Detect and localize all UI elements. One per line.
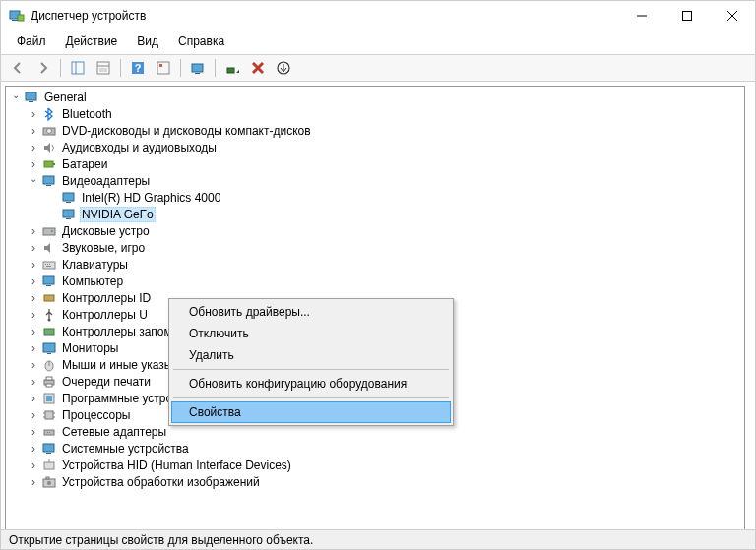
caret-icon[interactable] — [28, 443, 39, 455]
svg-rect-16 — [159, 64, 162, 67]
add-legacy-button[interactable] — [220, 56, 244, 80]
svg-rect-1 — [12, 20, 18, 21]
maximize-button[interactable] — [664, 1, 710, 31]
hid-icon — [41, 458, 57, 473]
node-label: Intel(R) HD Graphics 4000 — [80, 191, 222, 205]
scan-hardware-button[interactable] — [186, 56, 210, 80]
svg-rect-9 — [97, 62, 109, 74]
tree-device-nvidia[interactable]: NVIDIA GeFo — [6, 206, 744, 222]
tree-category-computer[interactable]: Компьютер — [6, 273, 744, 289]
node-label: Сетевые адаптеры — [60, 425, 168, 439]
tree-device-intel[interactable]: Intel(R) HD Graphics 4000 — [6, 189, 744, 206]
software-device-icon — [41, 391, 57, 406]
tree-category-imaging[interactable]: Устройства обработки изображений — [6, 473, 744, 490]
tree-category-keyboard[interactable]: Клавиатуры — [6, 256, 744, 273]
caret-icon[interactable] — [28, 393, 39, 404]
caret-icon[interactable] — [28, 409, 39, 421]
svg-rect-63 — [49, 432, 50, 433]
tree-category-batteries[interactable]: Батареи — [6, 155, 744, 172]
caret-icon[interactable] — [28, 225, 39, 237]
disk-icon — [41, 223, 57, 239]
bluetooth-icon — [41, 106, 57, 122]
context-update-driver[interactable]: Обновить драйверы... — [171, 301, 451, 323]
tree-category-sound[interactable]: Звуковые, игро — [6, 239, 744, 256]
caret-icon[interactable] — [10, 92, 22, 103]
svg-rect-70 — [46, 477, 49, 479]
caret-icon[interactable] — [28, 108, 39, 120]
tree-category-system[interactable]: Системные устройства — [6, 440, 744, 457]
caret-icon[interactable] — [28, 175, 39, 187]
svg-rect-24 — [29, 101, 33, 102]
svg-rect-42 — [43, 276, 54, 284]
tree-category-bluetooth[interactable]: Bluetooth — [6, 105, 744, 122]
caret-icon[interactable] — [28, 142, 39, 153]
caret-icon[interactable] — [28, 158, 39, 170]
display-adapter-icon — [61, 190, 77, 206]
node-label: Видеоадаптеры — [60, 174, 152, 188]
menu-view[interactable]: Вид — [129, 32, 166, 50]
context-uninstall[interactable]: Удалить — [171, 344, 451, 366]
node-label: Очереди печати — [60, 375, 153, 389]
svg-rect-40 — [49, 264, 50, 265]
caret-icon[interactable] — [28, 309, 39, 321]
menu-action[interactable]: Действие — [58, 32, 126, 50]
node-label: Батареи — [60, 157, 109, 171]
forward-button[interactable] — [32, 56, 55, 80]
context-properties[interactable]: Свойства — [171, 401, 451, 423]
node-label: Клавиатуры — [60, 258, 130, 272]
monitor-icon — [41, 340, 57, 356]
caret-icon[interactable] — [28, 342, 39, 354]
svg-rect-52 — [46, 377, 52, 380]
caret-icon[interactable] — [28, 275, 39, 287]
caret-icon[interactable] — [28, 259, 39, 271]
tree-root[interactable]: General — [6, 89, 744, 105]
toolbar: ? — [1, 54, 755, 82]
ide-controller-icon — [41, 290, 57, 306]
properties-button[interactable] — [92, 56, 115, 80]
update-driver-button[interactable] — [272, 56, 295, 80]
svg-rect-38 — [45, 264, 46, 265]
svg-rect-27 — [44, 161, 53, 167]
caret-icon[interactable] — [28, 242, 39, 254]
window-title: Диспетчер устройств — [31, 9, 146, 23]
caret-icon[interactable] — [28, 426, 39, 438]
svg-rect-29 — [43, 176, 54, 184]
caret-icon[interactable] — [28, 459, 39, 471]
processor-icon — [41, 407, 57, 423]
svg-rect-7 — [72, 62, 84, 74]
display-adapter-icon — [61, 207, 77, 222]
tree-category-display[interactable]: Видеоадаптеры — [6, 172, 744, 189]
tree-category-dvd[interactable]: DVD-дисководы и дисководы компакт-дисков — [6, 122, 744, 139]
caret-icon[interactable] — [28, 359, 39, 371]
svg-rect-28 — [53, 163, 55, 165]
menu-file[interactable]: Файл — [9, 32, 54, 50]
back-button[interactable] — [6, 56, 30, 80]
tree-category-audio[interactable]: Аудиовходы и аудиовыходы — [6, 139, 744, 155]
tree-category-hid[interactable]: Устройства HID (Human Interface Devices) — [6, 457, 744, 473]
storage-controller-icon — [41, 324, 57, 339]
node-label: Процессоры — [60, 408, 133, 422]
svg-rect-39 — [47, 264, 48, 265]
uninstall-button[interactable] — [246, 56, 270, 80]
show-hide-tree-button[interactable] — [66, 56, 90, 80]
caret-icon[interactable] — [28, 476, 39, 488]
close-button[interactable] — [710, 1, 755, 31]
node-label: Аудиовходы и аудиовыходы — [60, 141, 219, 154]
svg-rect-23 — [26, 92, 36, 100]
context-disable[interactable]: Отключить — [171, 323, 451, 344]
node-label: Контроллеры ID — [60, 291, 153, 305]
context-scan-hardware[interactable]: Обновить конфигурацию оборудования — [171, 373, 451, 395]
action-button[interactable] — [152, 56, 175, 80]
menu-help[interactable]: Справка — [170, 32, 232, 50]
tree-category-disk[interactable]: Дисковые устро — [6, 222, 744, 239]
caret-icon[interactable] — [28, 376, 39, 388]
caret-icon[interactable] — [28, 292, 39, 304]
minimize-button[interactable] — [619, 1, 664, 31]
help-button[interactable]: ? — [126, 56, 150, 80]
network-icon — [41, 424, 57, 440]
caret-icon[interactable] — [28, 125, 39, 137]
caret-icon[interactable] — [28, 326, 39, 337]
svg-point-36 — [51, 230, 53, 232]
node-label: Системные устройства — [60, 442, 191, 456]
title-bar: Диспетчер устройств — [1, 1, 755, 31]
